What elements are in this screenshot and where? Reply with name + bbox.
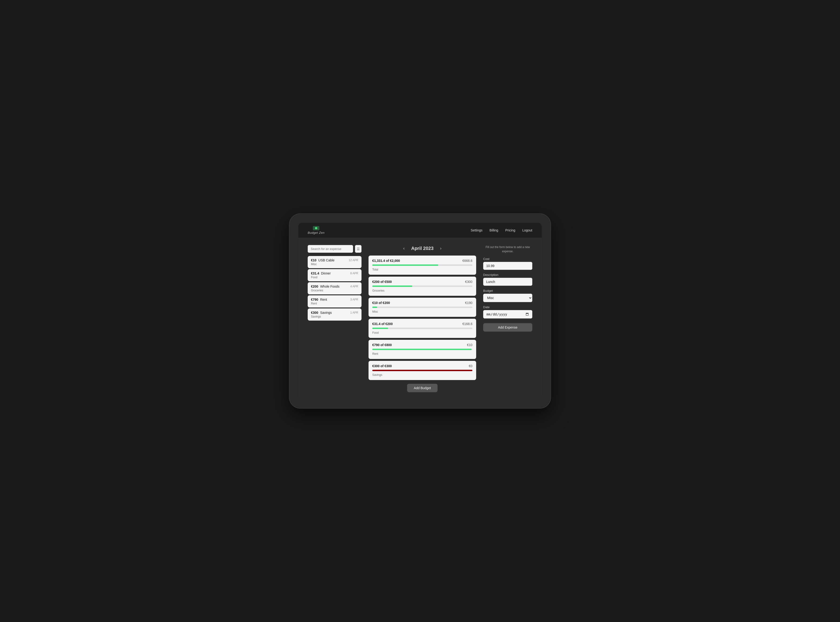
expense-name: Whole Foods xyxy=(318,285,350,288)
budget-label: €300 of €300 xyxy=(372,364,392,368)
filter-button[interactable]: ☰ xyxy=(355,245,361,253)
date-input[interactable] xyxy=(483,310,532,319)
month-nav: ‹ April 2023 › xyxy=(369,245,476,252)
nav-billing[interactable]: Billing xyxy=(489,229,498,232)
description-group: Description xyxy=(483,273,532,286)
filter-icon: ☰ xyxy=(357,247,360,251)
budget-label: €10 of €200 xyxy=(372,301,390,305)
add-budget-button[interactable]: Add Budget xyxy=(407,384,437,392)
budget-progress-bar xyxy=(372,370,473,371)
app-name: Budget Zen xyxy=(308,231,325,235)
expense-amount: €31.4 xyxy=(311,271,319,275)
list-item[interactable]: €200 Whole Foods 4 APR Groceries xyxy=(308,282,361,294)
budget-card-groceries[interactable]: €200 of €500 €300 Groceries xyxy=(369,277,476,296)
app-window: Budget Zen Settings Billing Pricing Logo… xyxy=(298,223,542,399)
nav-links: Settings Billing Pricing Logout xyxy=(471,229,532,232)
budget-remaining: €668.6 xyxy=(462,259,473,262)
budget-label: €1,331.4 of €2,000 xyxy=(372,259,400,262)
budget-progress-fill xyxy=(372,349,471,350)
expense-name: Rent xyxy=(318,298,350,302)
wallet-icon xyxy=(313,226,319,230)
expense-name: Savings xyxy=(318,311,350,314)
expense-name: Dinner xyxy=(319,271,350,275)
budget-cards: €1,331.4 of €2,000 €668.6 Total €200 of … xyxy=(369,256,476,380)
next-month-button[interactable]: › xyxy=(438,245,444,252)
budget-card-food[interactable]: €31.4 of €200 €168.6 Food xyxy=(369,319,476,338)
budget-remaining: €0 xyxy=(469,364,473,368)
budget-category: Groceries xyxy=(372,289,384,292)
expense-amount: €300 xyxy=(311,311,318,314)
expense-category: Food xyxy=(311,276,358,279)
search-row: ☰ xyxy=(308,245,361,253)
date-label: Date xyxy=(483,305,532,309)
prev-month-button[interactable]: ‹ xyxy=(401,245,406,252)
expense-category: Rent xyxy=(311,302,358,305)
cost-input[interactable] xyxy=(483,262,532,270)
budget-progress-bar xyxy=(372,349,473,350)
budget-card-total[interactable]: €1,331.4 of €2,000 €668.6 Total xyxy=(369,256,476,275)
budget-label: €790 of €800 xyxy=(372,343,392,347)
budget-remaining: €168.6 xyxy=(462,322,473,326)
expense-date: 1 APR xyxy=(350,311,358,314)
form-hint: Fill out the form below to add a new exp… xyxy=(483,245,532,253)
description-label: Description xyxy=(483,273,532,277)
nav-settings[interactable]: Settings xyxy=(471,229,482,232)
expense-category: Misc xyxy=(311,262,358,266)
list-item[interactable]: €300 Savings 1 APR Savings xyxy=(308,308,361,320)
budgets-panel: ‹ April 2023 › €1,331.4 of €2,000 €668.6… xyxy=(369,245,476,392)
list-item[interactable]: €31.4 Dinner 8 APR Food xyxy=(308,269,361,281)
expense-date: 4 APR xyxy=(350,285,358,288)
device-frame: Budget Zen Settings Billing Pricing Logo… xyxy=(289,213,551,409)
main-content: ☰ €10 USB Cable 12 APR Misc xyxy=(298,238,542,399)
description-input[interactable] xyxy=(483,278,532,286)
budget-progress-bar xyxy=(372,328,473,329)
expense-date: 8 APR xyxy=(350,272,358,275)
budget-remaining: €300 xyxy=(465,280,473,284)
budget-remaining: €10 xyxy=(467,343,473,347)
search-input[interactable] xyxy=(308,245,353,253)
expense-category: Savings xyxy=(311,315,358,318)
budget-remaining: €190 xyxy=(465,301,473,305)
budget-progress-fill xyxy=(372,328,388,329)
budget-select[interactable]: Misc Food Groceries Rent Savings xyxy=(483,294,532,302)
budget-category: Food xyxy=(372,331,379,334)
expense-amount: €790 xyxy=(311,298,318,302)
expenses-panel: ☰ €10 USB Cable 12 APR Misc xyxy=(308,245,361,392)
nav-pricing[interactable]: Pricing xyxy=(505,229,515,232)
nav-logout[interactable]: Logout xyxy=(522,229,532,232)
budget-progress-bar xyxy=(372,285,473,287)
month-title: April 2023 xyxy=(411,246,434,251)
expense-list: €10 USB Cable 12 APR Misc €31.4 Dinner 8… xyxy=(308,256,361,320)
expense-amount: €10 xyxy=(311,258,316,262)
expense-category: Groceries xyxy=(311,289,358,292)
budget-progress-fill xyxy=(372,264,438,266)
expense-name: USB Cable xyxy=(316,258,349,262)
budget-progress-fill xyxy=(372,306,377,308)
cost-label: Cost xyxy=(483,257,532,261)
cost-group: Cost xyxy=(483,257,532,270)
budget-card-misc[interactable]: €10 of €200 €190 Misc xyxy=(369,298,476,317)
budget-group: Budget Misc Food Groceries Rent Savings xyxy=(483,289,532,302)
navbar: Budget Zen Settings Billing Pricing Logo… xyxy=(298,223,542,238)
budget-progress-fill xyxy=(372,285,412,287)
budget-category: Savings xyxy=(372,373,382,377)
budget-label: Budget xyxy=(483,289,532,293)
expense-date: 12 APR xyxy=(349,259,358,262)
budget-card-savings[interactable]: €300 of €300 €0 Savings xyxy=(369,361,476,380)
list-item[interactable]: €10 USB Cable 12 APR Misc xyxy=(308,256,361,268)
logo-area: Budget Zen xyxy=(308,226,325,235)
budget-progress-fill xyxy=(372,370,473,371)
expense-date: 3 APR xyxy=(350,298,358,301)
budget-category: Total xyxy=(372,268,378,271)
date-group: Date xyxy=(483,305,532,319)
expense-amount: €200 xyxy=(311,285,318,288)
budget-category: Misc xyxy=(372,310,378,313)
budget-progress-bar xyxy=(372,264,473,266)
budget-label: €200 of €500 xyxy=(372,280,392,284)
add-expense-button[interactable]: Add Expense xyxy=(483,323,532,332)
budget-label: €31.4 of €200 xyxy=(372,322,393,326)
list-item[interactable]: €790 Rent 3 APR Rent xyxy=(308,295,361,308)
budget-card-rent[interactable]: €790 of €800 €10 Rent xyxy=(369,340,476,359)
form-panel: Fill out the form below to add a new exp… xyxy=(483,245,532,392)
budget-category: Rent xyxy=(372,352,378,355)
